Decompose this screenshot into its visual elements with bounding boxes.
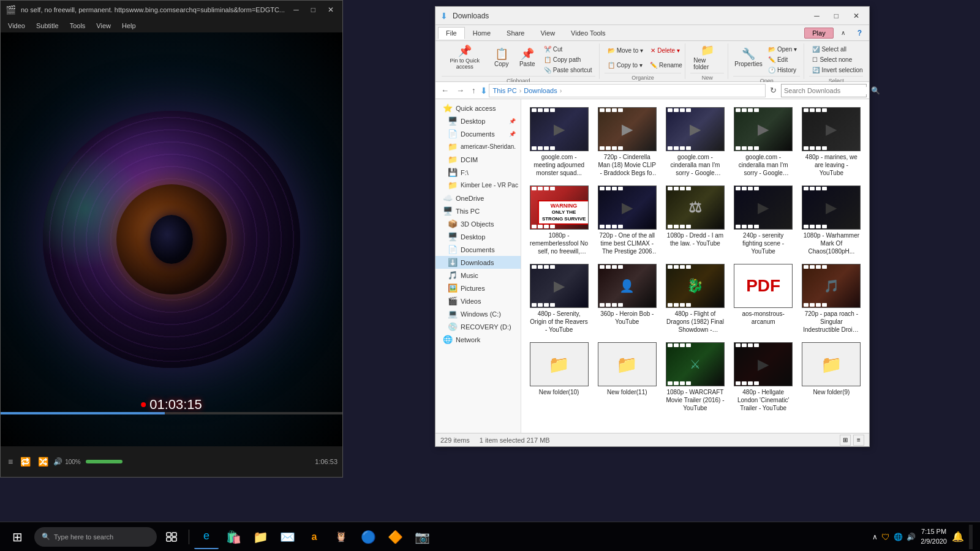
- pin-to-quick-access-button[interactable]: 📌 Pin to Quick access: [442, 43, 488, 72]
- sidebar-item-network[interactable]: 🌐 Network: [435, 333, 521, 346]
- delete-button[interactable]: ✕ Delete ▾: [647, 43, 683, 57]
- tray-volume-icon[interactable]: 🔊: [907, 533, 916, 541]
- list-item[interactable]: ⚔ 1080p - WARCRAFT Movie Trailer (2016) …: [662, 339, 728, 415]
- list-item[interactable]: 🎵 720p - papa roach - Singular Indestruc…: [799, 261, 864, 337]
- taskbar-vlc-button[interactable]: 🔶: [383, 525, 407, 549]
- media-minimize-button[interactable]: ─: [290, 4, 303, 15]
- up-button[interactable]: ↑: [469, 84, 479, 96]
- tray-arrow[interactable]: ∧: [872, 533, 878, 541]
- list-item[interactable]: 👤 360p - Heroin Bob - YouTube: [594, 261, 660, 337]
- notification-icon[interactable]: 🔔: [952, 531, 964, 542]
- tab-view[interactable]: View: [532, 27, 563, 39]
- sidebar-item-this-pc[interactable]: 🖥️ This PC: [435, 204, 521, 217]
- list-item[interactable]: 📁 New folder(10): [526, 339, 592, 415]
- sidebar-item-downloads[interactable]: ⬇️ Downloads: [435, 256, 521, 269]
- new-folder-button[interactable]: 📁 New folder: [690, 43, 724, 72]
- media-menu-subtitle[interactable]: Subtitle: [31, 21, 64, 31]
- shuffle-button[interactable]: 🔀: [36, 454, 51, 469]
- list-item[interactable]: 🐉 480p - Flight of Dragons (1982) Final …: [662, 261, 728, 337]
- history-button[interactable]: 🕐 History: [765, 66, 800, 75]
- sidebar-item-music[interactable]: 🎵 Music: [435, 269, 521, 282]
- taskbar-camera-button[interactable]: 📷: [410, 525, 434, 549]
- sidebar-item-onedrive[interactable]: ☁️ OneDrive: [435, 192, 521, 204]
- properties-button[interactable]: 🔧 Properties: [733, 43, 764, 72]
- play-button[interactable]: Play: [804, 28, 833, 39]
- tab-video-tools[interactable]: Video Tools: [563, 27, 613, 39]
- list-item[interactable]: ▶ 720p - Cinderella Man (18) Movie CLIP …: [594, 104, 660, 180]
- large-icons-view-button[interactable]: ⊞: [840, 435, 851, 446]
- select-none-button[interactable]: ☐ Select none: [809, 55, 865, 64]
- list-item[interactable]: ▶ google.com - meeting adjourned monster…: [526, 104, 592, 180]
- copy-path-button[interactable]: 📋 Copy path: [541, 55, 595, 64]
- sidebar-item-3d-objects[interactable]: 📦 3D Objects: [435, 217, 521, 230]
- explorer-maximize-button[interactable]: □: [829, 10, 843, 21]
- explorer-minimize-button[interactable]: ─: [809, 10, 824, 21]
- sidebar-item-f-drive[interactable]: 💾 F:\: [435, 166, 521, 179]
- list-item[interactable]: ▶ google.com - cinderalla man I'm sorry …: [731, 104, 796, 180]
- list-item[interactable]: 📁 New folder(11): [594, 339, 660, 415]
- volume-bar[interactable]: [86, 460, 123, 463]
- tray-network-icon[interactable]: 🌐: [894, 533, 903, 541]
- taskbar-unknown-button[interactable]: 🔵: [356, 525, 380, 549]
- list-item[interactable]: ⚖ 1080p - Dredd - I am the law. - YouTub…: [662, 182, 728, 258]
- explorer-close-button[interactable]: ✕: [848, 10, 864, 21]
- task-view-button[interactable]: [159, 525, 184, 549]
- list-item[interactable]: 📁 New folder(9): [799, 339, 864, 415]
- select-all-button[interactable]: ☑️ Select all: [809, 45, 865, 54]
- media-menu-video[interactable]: Video: [3, 21, 30, 31]
- media-menu-help[interactable]: Help: [117, 21, 141, 31]
- sidebar-item-videos[interactable]: 🎬 Videos: [435, 294, 521, 307]
- details-view-button[interactable]: ≡: [853, 435, 864, 446]
- taskbar-search[interactable]: 🔍 Type here to search: [34, 527, 157, 547]
- cut-button[interactable]: ✂️ Cut: [541, 45, 595, 54]
- tab-share[interactable]: Share: [499, 27, 532, 39]
- sidebar-item-recovery-d[interactable]: 💿 RECOVERY (D:): [435, 320, 521, 333]
- media-maximize-button[interactable]: □: [307, 4, 319, 15]
- paste-shortcut-button[interactable]: 📎 Paste shortcut: [541, 66, 595, 75]
- edit-button[interactable]: ✏️ Edit: [765, 55, 800, 64]
- sidebar-item-windows-c[interactable]: 💻 Windows (C:): [435, 307, 521, 320]
- sidebar-item-americavr[interactable]: 📁 americavr-Sheridan.: [435, 140, 521, 153]
- repeat-button[interactable]: 🔁: [18, 454, 33, 469]
- list-item[interactable]: PDF aos-monstrous-arcanum: [731, 261, 796, 337]
- sidebar-item-kimber[interactable]: 📁 Kimber Lee - VR Pac: [435, 179, 521, 192]
- media-close-button[interactable]: ✕: [324, 4, 337, 15]
- open-button[interactable]: 📂 Open ▾: [765, 45, 800, 54]
- media-menu-tools[interactable]: Tools: [65, 21, 91, 31]
- taskbar-clock[interactable]: 7:15 PM 2/9/2020: [921, 527, 947, 546]
- sidebar-item-desktop-pinned[interactable]: 🖥️ Desktop 📌: [435, 114, 521, 127]
- start-button[interactable]: ⊞: [2, 525, 32, 549]
- list-item[interactable]: ▶ 1080p - Warhammer Mark Of Chaos(1080pH…: [799, 182, 864, 258]
- back-button[interactable]: ←: [438, 84, 452, 96]
- taskbar-tripadvisor-button[interactable]: 🦉: [329, 525, 353, 549]
- ribbon-collapse-button[interactable]: ∧: [836, 28, 850, 37]
- path-this-pc[interactable]: This PC: [493, 87, 517, 94]
- sidebar-item-documents-pinned[interactable]: 📄 Documents 📌: [435, 127, 521, 140]
- copy-button[interactable]: 📋 Copy: [489, 43, 514, 72]
- taskbar-store-button[interactable]: 🛍️: [221, 525, 246, 549]
- taskbar-explorer-button[interactable]: 📁: [248, 525, 273, 549]
- invert-selection-button[interactable]: 🔄 Invert selection: [809, 66, 865, 75]
- list-item[interactable]: ▶ 720p - One of the all time best CLIMAX…: [594, 182, 660, 258]
- list-item[interactable]: ▶ google.com - cinderalla man I'm sorry …: [662, 104, 728, 180]
- forward-button[interactable]: →: [453, 84, 467, 96]
- list-item[interactable]: ▶ 480p - Hellgate London 'Cinematic' Tra…: [731, 339, 796, 415]
- path-downloads[interactable]: Downloads: [524, 87, 557, 94]
- copy-to-button[interactable]: 📋 Copy to ▾: [605, 58, 646, 72]
- sidebar-item-pictures[interactable]: 🖼️ Pictures: [435, 282, 521, 294]
- help-button[interactable]: ?: [853, 28, 867, 39]
- move-to-button[interactable]: 📂 Move to ▾: [605, 43, 647, 57]
- show-desktop-button[interactable]: [969, 525, 973, 549]
- sidebar-item-dcim[interactable]: 📁 DCIM: [435, 153, 521, 166]
- tray-antivirus-icon[interactable]: 🛡: [881, 532, 890, 542]
- sidebar-item-documents[interactable]: 📄 Documents: [435, 243, 521, 256]
- sidebar-item-quick-access[interactable]: ⭐ Quick access: [435, 102, 521, 114]
- list-item[interactable]: WARNING ONLY THESTRONG SURVIVE 1080p - r…: [526, 182, 592, 258]
- taskbar-mail-button[interactable]: ✉️: [275, 525, 300, 549]
- tab-home[interactable]: Home: [465, 27, 499, 39]
- tab-file[interactable]: File: [438, 27, 465, 39]
- sidebar-item-desktop[interactable]: 🖥️ Desktop: [435, 230, 521, 243]
- playlist-button[interactable]: ≡: [6, 454, 15, 469]
- taskbar-edge-button[interactable]: e: [194, 525, 219, 549]
- rename-button[interactable]: ✏️ Rename: [647, 58, 685, 72]
